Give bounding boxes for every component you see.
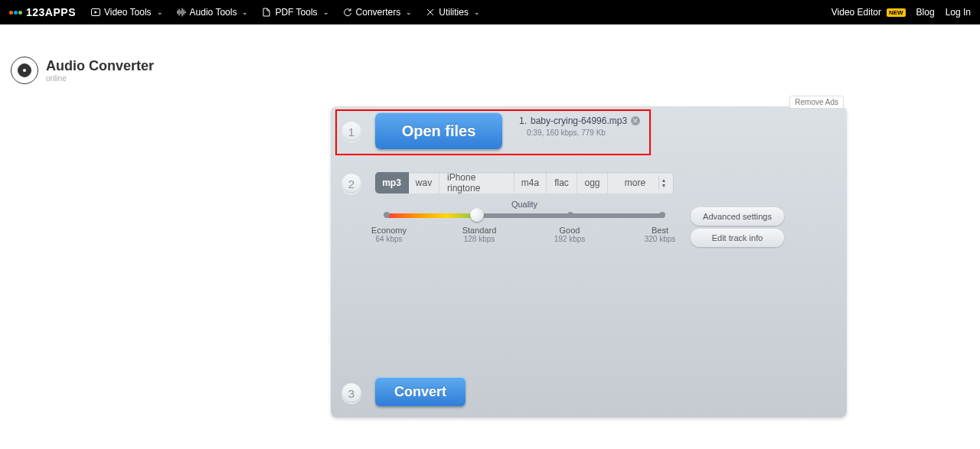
remove-file-button[interactable]: ✕ (631, 116, 640, 125)
chevron-down-icon: ⌄ (242, 8, 248, 16)
tab-m4a[interactable]: m4a (514, 172, 547, 194)
logo[interactable]: 123APPS (9, 6, 76, 18)
step-number-1: 1 (341, 122, 361, 142)
nav-utilities[interactable]: Utilities ⌄ (426, 7, 480, 18)
tools-icon (426, 8, 435, 17)
converter-panel: Remove Ads 1 2 3 Open files 1. baby-cryi… (331, 106, 847, 418)
refresh-icon (343, 8, 352, 17)
disc-icon (11, 57, 38, 84)
nav-right: Video Editor NEW Blog Log In (831, 7, 971, 18)
quality-section: Quality Economy 64 kbps Standard 128 kbp… (375, 200, 674, 243)
format-tabs: mp3 wav iPhone ringtone m4a flac ogg mor… (375, 172, 674, 194)
new-badge: NEW (887, 8, 906, 17)
nav-label: Utilities (439, 7, 469, 18)
nav-label: Blog (916, 7, 935, 18)
nav-audio-tools[interactable]: Audio Tools ⌄ (177, 7, 249, 18)
chevron-down-icon: ⌄ (474, 8, 480, 16)
quality-tick-good: Good 192 kbps (547, 226, 593, 243)
nav-label: PDF Tools (275, 7, 317, 18)
logo-dots-icon (9, 11, 23, 15)
slider-tick (567, 212, 573, 218)
slider-tick (659, 212, 665, 218)
nav-label: Video Tools (104, 7, 152, 18)
play-icon (91, 8, 100, 17)
file-entry: 1. baby-crying-64996.mp3 ✕ 0:39, 160 kbp… (519, 116, 640, 137)
tab-more-label: more (625, 177, 645, 188)
quality-slider[interactable] (386, 213, 663, 218)
tick-rate: 320 kbps (637, 235, 683, 243)
tick-rate: 128 kbps (456, 235, 502, 243)
chevron-down-icon: ⌄ (157, 8, 163, 16)
tab-flac[interactable]: flac (547, 172, 577, 194)
tick-name: Best (637, 226, 683, 235)
slider-fill (386, 213, 476, 218)
close-icon: ✕ (632, 117, 639, 125)
tab-more[interactable]: more ▲▼ (608, 172, 674, 194)
nav-pdf-tools[interactable]: PDF Tools ⌄ (262, 7, 328, 18)
file-index: 1. (519, 116, 527, 126)
nav-label: Converters (356, 7, 401, 18)
open-files-button[interactable]: Open files (375, 112, 502, 149)
nav-video-tools[interactable]: Video Tools ⌄ (91, 7, 163, 18)
step-number-3: 3 (341, 383, 361, 403)
chevron-down-icon: ⌄ (406, 8, 412, 16)
app-title: Audio Converter (46, 58, 154, 74)
tab-ogg[interactable]: ogg (577, 172, 608, 194)
file-name-text: baby-crying-64996.mp3 (531, 116, 627, 126)
nav-label: Audio Tools (190, 7, 237, 18)
logo-text: 123APPS (26, 6, 76, 18)
tick-rate: 192 kbps (547, 235, 593, 243)
nav-label: Log In (946, 7, 971, 18)
tick-name: Economy (366, 226, 412, 235)
slider-knob[interactable] (470, 208, 484, 222)
nav-label: Video Editor (831, 7, 881, 18)
quality-tick-best: Best 320 kbps (637, 226, 683, 243)
waveform-icon (177, 8, 186, 17)
tab-mp3[interactable]: mp3 (375, 172, 409, 194)
convert-button[interactable]: Convert (375, 377, 466, 406)
nav-video-editor[interactable]: Video Editor NEW (831, 7, 906, 18)
edit-track-info-button[interactable]: Edit track info (691, 229, 784, 247)
file-meta: 0:39, 160 kbps, 779 Kb (527, 129, 640, 137)
document-icon (262, 8, 271, 17)
tick-name: Good (547, 226, 593, 235)
tab-iphone-ringtone[interactable]: iPhone ringtone (439, 172, 514, 194)
quality-tick-standard: Standard 128 kbps (456, 226, 502, 243)
remove-ads-button[interactable]: Remove Ads (789, 96, 844, 109)
advanced-settings-button[interactable]: Advanced settings (691, 207, 784, 226)
tick-name: Standard (456, 226, 502, 235)
tick-rate: 64 kbps (366, 235, 412, 243)
nav-items: Video Tools ⌄ Audio Tools ⌄ PDF Tools ⌄ … (91, 7, 480, 18)
app-subtitle: online (46, 74, 154, 83)
app-header: Audio Converter online (0, 24, 980, 84)
tab-wav[interactable]: wav (409, 172, 439, 194)
nav-blog[interactable]: Blog (916, 7, 935, 18)
quality-tick-labels: Economy 64 kbps Standard 128 kbps Good 1… (375, 226, 674, 243)
nav-converters[interactable]: Converters ⌄ (343, 7, 413, 18)
step-number-2: 2 (341, 174, 361, 194)
top-navbar: 123APPS Video Tools ⌄ Audio Tools ⌄ PDF … (0, 0, 980, 24)
stepper-arrows-icon: ▲▼ (658, 176, 668, 190)
quality-label: Quality (375, 200, 674, 209)
slider-tick (384, 212, 390, 218)
quality-tick-economy: Economy 64 kbps (366, 226, 412, 243)
chevron-down-icon: ⌄ (323, 8, 329, 16)
nav-login[interactable]: Log In (946, 7, 971, 18)
